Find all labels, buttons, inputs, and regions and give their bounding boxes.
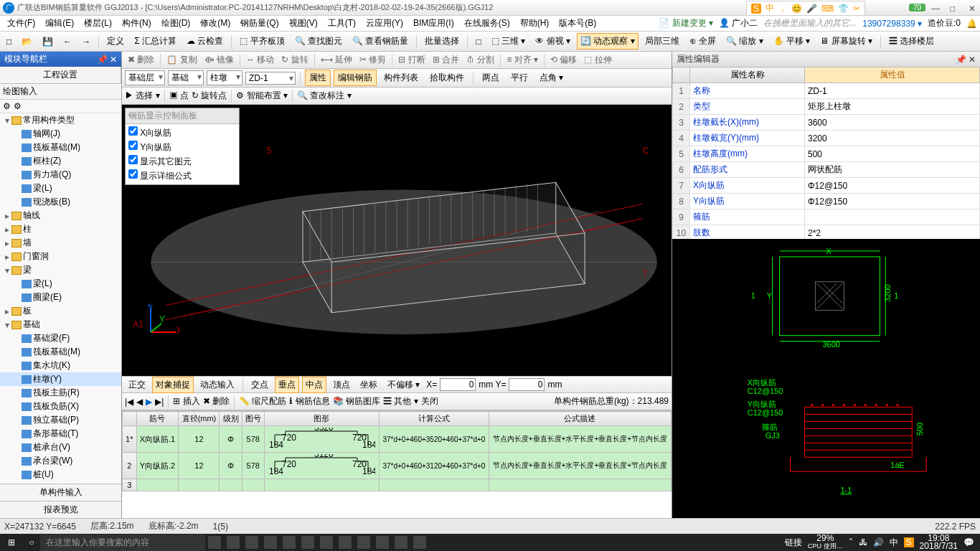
3d-viewport[interactable]: 5 C A1 7 ZXY 钢筋显示控制面板 X向纵筋 Y向纵筋 显示其它图元 显… bbox=[122, 105, 672, 376]
tree-node[interactable]: 框柱(Z) bbox=[0, 154, 121, 168]
ime-kbd-icon[interactable]: ⌨ bbox=[821, 4, 834, 14]
tree-node[interactable]: ▾基础 bbox=[0, 318, 121, 331]
menu-rebar[interactable]: 钢筋量(Q) bbox=[236, 16, 283, 31]
btn-ptangle[interactable]: 点角 ▾ bbox=[535, 70, 567, 86]
tree-node[interactable]: 柱墩(Y) bbox=[0, 372, 121, 386]
tree-node[interactable]: 承台梁(W) bbox=[0, 454, 121, 468]
app11[interactable] bbox=[395, 536, 407, 549]
et-mirror[interactable]: ⟴ 镜像 bbox=[202, 53, 237, 67]
minimize-button[interactable]: — bbox=[931, 4, 940, 12]
app2[interactable] bbox=[227, 536, 240, 549]
tb-find[interactable]: 🔍 查找图元 bbox=[291, 33, 346, 50]
rt-delete[interactable]: ✖ 删除 bbox=[203, 395, 230, 408]
btn-rotpt[interactable]: ↻ 旋转点 bbox=[192, 90, 227, 102]
tree-node[interactable]: 基础梁(F) bbox=[0, 331, 121, 345]
pin-icon[interactable]: 📌 ✕ bbox=[97, 55, 117, 65]
app7[interactable] bbox=[320, 536, 333, 549]
menu-file[interactable]: 文件(F) bbox=[3, 16, 39, 31]
tree-node[interactable]: ▸轴线 bbox=[0, 209, 121, 222]
property-grid[interactable]: 属性名称属性值1名称ZD-12类型矩形上柱墩3柱墩截长(X)(mm)36004柱… bbox=[672, 67, 980, 239]
taskbar-search[interactable]: 在这里输入你要搜索的内容 bbox=[40, 534, 205, 551]
rt-last[interactable]: ▶| bbox=[155, 397, 164, 407]
tb-selfloor[interactable]: ☰ 选择楼层 bbox=[885, 33, 938, 50]
x-input[interactable] bbox=[440, 378, 476, 391]
tree-node[interactable]: 独立基础(P) bbox=[0, 413, 121, 427]
ime-emoji-icon[interactable]: 😊 bbox=[791, 4, 802, 14]
app1[interactable] bbox=[208, 536, 221, 549]
tree-node[interactable]: ▾常用构件类型 bbox=[0, 113, 121, 127]
snap-nooffset[interactable]: 不偏移 ▾ bbox=[384, 377, 423, 393]
menu-online[interactable]: 在线服务(S) bbox=[460, 16, 514, 31]
app8[interactable] bbox=[339, 536, 352, 549]
tb-open[interactable]: 📂 bbox=[18, 34, 36, 49]
tab-project-settings[interactable]: 工程设置 bbox=[0, 67, 121, 83]
tb-pan[interactable]: ✋ 平移 ▾ bbox=[770, 33, 814, 50]
tb-viewrebar[interactable]: 🔍 查看钢筋量 bbox=[349, 33, 412, 50]
et-rotate[interactable]: ↻ 旋转 bbox=[278, 53, 311, 67]
snap-osnap[interactable]: 对象捕捉 bbox=[152, 377, 194, 393]
tb-save[interactable]: 💾 bbox=[39, 34, 57, 49]
draw-input-tab[interactable]: 绘图输入 bbox=[0, 84, 121, 100]
rt-insert[interactable]: ⊞ 插入 bbox=[173, 395, 199, 408]
btn-editrebar[interactable]: 编辑钢筋 bbox=[334, 70, 377, 86]
et-align[interactable]: ≡ 对齐 ▾ bbox=[504, 53, 541, 67]
et-trim[interactable]: ✂ 修剪 bbox=[357, 53, 389, 67]
app3[interactable] bbox=[245, 536, 258, 549]
maximize-button[interactable]: □ bbox=[950, 4, 958, 12]
tray-sogou-icon[interactable]: S bbox=[904, 537, 914, 547]
tree-node[interactable]: 筏板基础(M) bbox=[0, 141, 121, 154]
tb-batchsel[interactable]: 批量选择 bbox=[421, 33, 463, 50]
rt-scale[interactable]: 📏 缩尺配筋 bbox=[239, 395, 286, 408]
tray-notif-icon[interactable]: 💬 bbox=[963, 537, 974, 547]
app4[interactable] bbox=[264, 536, 277, 549]
tree-node[interactable]: 条形基础(T) bbox=[0, 427, 121, 441]
snap-vert[interactable]: 顶点 bbox=[329, 377, 354, 393]
menu-modify[interactable]: 修改(M) bbox=[196, 16, 235, 31]
start-button[interactable]: ⊞ bbox=[0, 534, 23, 551]
btn-parallel[interactable]: 平行 bbox=[507, 70, 532, 86]
tray-vol-icon[interactable]: 🔊 bbox=[873, 537, 884, 547]
tb-box[interactable]: □ bbox=[472, 34, 484, 49]
menu-edit[interactable]: 编辑(E) bbox=[41, 16, 78, 31]
tb-fullscreen[interactable]: ⊕ 全屏 bbox=[686, 33, 720, 50]
ime-lang[interactable]: 中 bbox=[765, 2, 774, 14]
new-change-button[interactable]: 📄 新建变更 ▾ bbox=[659, 17, 713, 29]
menu-version[interactable]: 版本号(B) bbox=[555, 16, 600, 31]
tree-node[interactable]: ▸板 bbox=[0, 304, 121, 318]
tab-single-input[interactable]: 单构件输入 bbox=[0, 484, 121, 501]
tree-node[interactable]: 轴网(J) bbox=[0, 127, 121, 141]
account-phone[interactable]: 13907298339 ▾ bbox=[862, 19, 922, 29]
tree-tool2[interactable]: ⚙ bbox=[14, 101, 22, 111]
tb-new[interactable]: □ bbox=[3, 34, 15, 49]
cortana-icon[interactable]: ○ bbox=[23, 537, 40, 547]
btn-select[interactable]: ▶ 选择 ▾ bbox=[125, 90, 160, 102]
tb-aligntop[interactable]: ⬚ 平齐板顶 bbox=[236, 33, 288, 50]
snap-coord[interactable]: 坐标 bbox=[357, 377, 381, 393]
tree-node[interactable]: 筏板负筋(X) bbox=[0, 400, 121, 413]
rebar-grid[interactable]: 筋号直径(mm)级别图号图形计算公式公式描述1*X向纵筋.112Φ5781847… bbox=[122, 410, 672, 518]
app9[interactable] bbox=[357, 536, 370, 549]
tray-lang[interactable]: 中 bbox=[890, 537, 898, 549]
combo-item[interactable]: ZD-1 bbox=[245, 72, 296, 85]
tb-top[interactable]: 👁 俯视 ▾ bbox=[532, 33, 574, 50]
tree-node[interactable]: 筏板基础(M) bbox=[0, 345, 121, 359]
tree-node[interactable]: ▸墙 bbox=[0, 236, 121, 250]
tb-undo[interactable]: ← bbox=[60, 34, 75, 49]
et-break[interactable]: ⊟ 打断 bbox=[395, 53, 428, 67]
tree-node[interactable]: 桩承台(V) bbox=[0, 441, 121, 454]
et-move[interactable]: ↔ 移动 bbox=[243, 53, 277, 67]
menu-cloud[interactable]: 云应用(Y) bbox=[362, 16, 407, 31]
tb-screenrot[interactable]: 🖥 屏幕旋转 ▾ bbox=[816, 33, 876, 50]
ime-mic-icon[interactable]: 🎤 bbox=[806, 4, 817, 14]
menu-bim[interactable]: BIM应用(I) bbox=[409, 16, 458, 31]
menu-component[interactable]: 构件(N) bbox=[118, 16, 156, 31]
tb-local3d[interactable]: 局部三维 bbox=[641, 33, 683, 50]
et-merge[interactable]: ⊞ 合并 bbox=[430, 53, 462, 67]
app5[interactable] bbox=[283, 536, 296, 549]
et-extend[interactable]: ⟷ 延伸 bbox=[318, 53, 355, 67]
ime-tool-icon[interactable]: ✂ bbox=[853, 4, 860, 14]
combo-category[interactable]: 基础 bbox=[168, 70, 204, 85]
ime-bar[interactable]: S 中 ， 😊 🎤 ⌨ 👕 ✂ bbox=[746, 1, 865, 16]
rt-other[interactable]: ☰ 其他 ▾ bbox=[383, 395, 418, 408]
rt-next[interactable]: ▶ bbox=[146, 397, 152, 407]
